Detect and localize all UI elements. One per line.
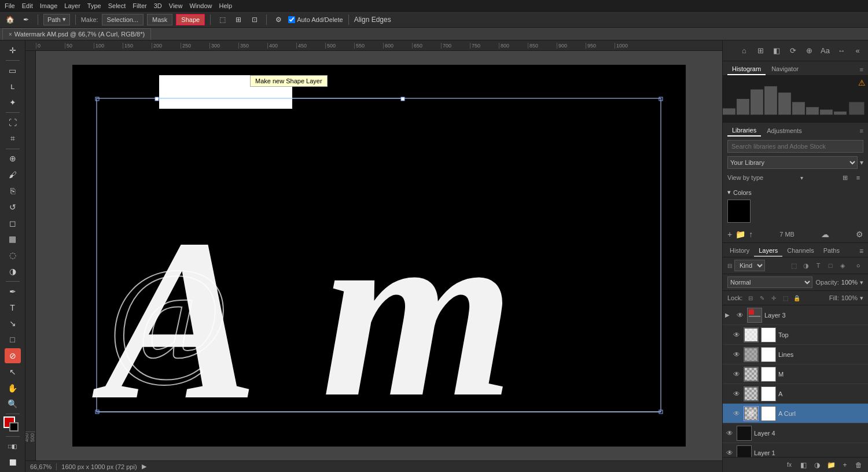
adjustments-tab[interactable]: Adjustments (762, 126, 807, 136)
zoom-tool[interactable]: 🔍 (5, 396, 21, 411)
lock-all-icon[interactable]: 🔒 (792, 293, 801, 303)
lib-settings-icon[interactable]: ⚙ (856, 230, 863, 239)
adjust-filter-icon[interactable]: ◑ (801, 260, 811, 271)
gradient-tool[interactable]: ▦ (5, 232, 21, 247)
menu-file[interactable]: File (5, 2, 15, 9)
layer-item-layer4[interactable]: 👁 Layer 4 (723, 423, 868, 443)
menu-image[interactable]: Image (40, 2, 58, 9)
selection-button[interactable]: Selection... (102, 14, 144, 25)
panel-icon3[interactable]: ◧ (770, 44, 784, 58)
eraser-tool[interactable]: ◻ (5, 216, 21, 231)
canvas-wrapper[interactable]: Make new Shape Layer m (36, 51, 722, 460)
library-select[interactable]: Your Library (727, 156, 858, 169)
toggle-filter-icon[interactable]: ○ (853, 260, 863, 271)
direct-select-tool[interactable]: ⊘ (5, 348, 21, 363)
shape-button[interactable]: Shape (176, 14, 205, 25)
hand-tool[interactable]: ✋ (5, 381, 21, 396)
auto-add-delete-checkbox[interactable] (288, 16, 295, 23)
layers-list[interactable]: ▶ 👁 Layer 3 👁 (723, 305, 868, 457)
filter-select[interactable]: Kind (734, 260, 765, 271)
panel-icon4[interactable]: ⟳ (786, 44, 800, 58)
shape-tool[interactable]: □ (5, 332, 21, 347)
panel-icon2[interactable]: ⊞ (753, 44, 767, 58)
screen-mode-btn[interactable]: ⬜ (5, 455, 21, 470)
libraries-tab[interactable]: Libraries (727, 125, 761, 137)
path-dropdown[interactable]: Path ▾ (43, 14, 70, 25)
close-icon[interactable]: × (9, 31, 12, 38)
layer-item-layer1[interactable]: 👁 Layer 1 (723, 443, 868, 457)
grid-view-icon[interactable]: ⊞ (840, 172, 851, 183)
history-brush-tool[interactable]: ↺ (5, 200, 21, 215)
menu-window[interactable]: Window (189, 2, 212, 9)
cloud-icon[interactable]: ☁ (821, 230, 829, 239)
menu-select[interactable]: Select (108, 2, 126, 9)
layer-item-m[interactable]: 👁 M (723, 364, 868, 384)
visibility-icon[interactable]: 👁 (735, 311, 745, 320)
colors-header[interactable]: ▾ Colors (727, 189, 863, 196)
blend-mode-select[interactable]: Normal (727, 276, 812, 288)
visibility-icon[interactable]: 👁 (732, 330, 741, 340)
menu-edit[interactable]: Edit (22, 2, 33, 9)
panel-icon5[interactable]: ⊕ (802, 44, 816, 58)
lock-position-icon[interactable]: ✛ (769, 293, 778, 303)
clone-stamp-tool[interactable]: ⎘ (5, 183, 21, 198)
layer-item-a[interactable]: 👁 A (723, 384, 868, 404)
library-search-input[interactable] (727, 140, 863, 153)
visibility-icon[interactable]: 👁 (732, 370, 741, 379)
pen-tool[interactable]: ✒ (5, 284, 21, 299)
list-view-icon[interactable]: ≡ (853, 172, 863, 183)
smart-filter-icon[interactable]: ◈ (837, 260, 848, 271)
settings-icon[interactable]: ⚙ (272, 13, 285, 26)
background-color[interactable] (9, 422, 19, 432)
folder-icon[interactable]: 📁 (735, 230, 745, 239)
new-layer-icon[interactable]: + (839, 459, 851, 471)
navigator-tab[interactable]: Navigator (767, 64, 803, 75)
mask-button[interactable]: Mask (147, 14, 172, 25)
layers-tab[interactable]: Layers (754, 245, 782, 257)
fill-chevron[interactable]: ▾ (860, 294, 863, 302)
lock-pixels-icon[interactable]: ✎ (757, 293, 767, 303)
menu-help[interactable]: Help (219, 2, 233, 9)
layers-menu-icon[interactable]: ≡ (857, 247, 866, 255)
path-select-tool[interactable]: ↘ (5, 316, 21, 331)
home-icon[interactable]: 🏠 (3, 13, 16, 26)
add-icon[interactable]: + (727, 230, 732, 239)
visibility-icon[interactable]: 👁 (725, 429, 734, 438)
hand-tool2[interactable]: ↖ (5, 364, 21, 379)
eyedropper-tool[interactable]: ⌗ (5, 131, 21, 146)
delete-layer-icon[interactable]: 🗑 (853, 459, 865, 471)
canvas[interactable]: m A @ (72, 65, 686, 447)
lock-artboard-icon[interactable]: ⬚ (781, 293, 790, 303)
panel-icon7[interactable]: ↔ (834, 44, 848, 58)
menu-filter[interactable]: Filter (133, 2, 146, 9)
visibility-icon[interactable]: 👁 (732, 389, 741, 399)
icon2[interactable]: ⊞ (232, 13, 245, 26)
panel-icon1[interactable]: ⌂ (737, 44, 751, 58)
status-arrow[interactable]: ▶ (142, 463, 146, 470)
menu-3d[interactable]: 3D (154, 2, 162, 9)
color-picker[interactable] (3, 416, 22, 433)
expand-icon[interactable]: ▶ (725, 312, 733, 318)
paths-tab[interactable]: Paths (819, 245, 844, 257)
visibility-icon[interactable]: 👁 (732, 409, 741, 418)
lasso-tool[interactable]: ʟ (5, 79, 21, 94)
quick-mask-btn[interactable]: □◧ (5, 439, 21, 454)
shape-filter-icon[interactable]: □ (825, 260, 836, 271)
hist-menu[interactable]: ≡ (860, 66, 863, 73)
select-rect-tool[interactable]: ▭ (5, 63, 21, 78)
magic-wand-tool[interactable]: ✦ (5, 95, 21, 110)
dodge-tool[interactable]: ◑ (5, 264, 21, 279)
brush-tool[interactable]: 🖌 (5, 167, 21, 182)
upload-icon[interactable]: ↑ (749, 230, 753, 239)
opacity-chevron[interactable]: ▾ (860, 279, 863, 286)
visibility-icon[interactable]: 👁 (732, 350, 741, 359)
add-mask-icon[interactable]: ◧ (797, 459, 809, 471)
view-chevron[interactable]: ▾ (800, 175, 803, 181)
healing-tool[interactable]: ⊕ (5, 152, 21, 167)
menu-view[interactable]: View (169, 2, 183, 9)
pen-tool-icon[interactable]: ✒ (20, 13, 32, 26)
lock-transparent-icon[interactable]: ⊟ (746, 293, 755, 303)
fx-icon[interactable]: fx (784, 459, 795, 471)
history-tab[interactable]: History (725, 245, 754, 257)
adjustment-icon[interactable]: ◑ (811, 459, 823, 471)
